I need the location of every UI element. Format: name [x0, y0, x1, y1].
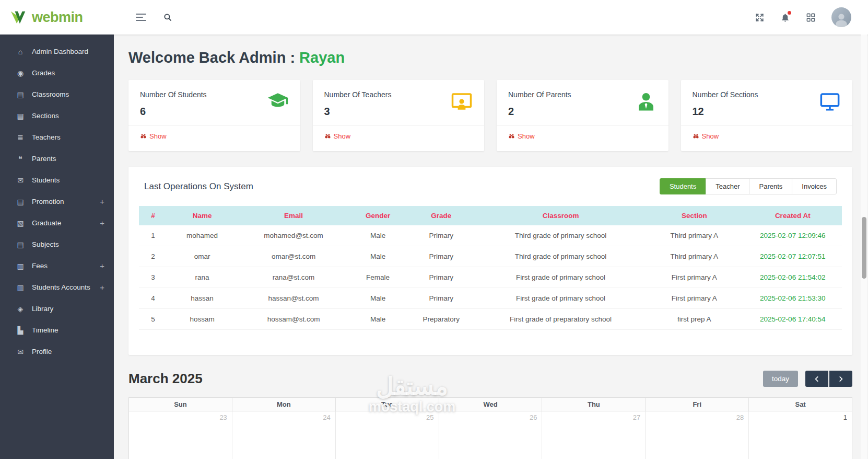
mail-icon: ✉	[16, 176, 25, 185]
expand-plus-icon[interactable]: +	[100, 219, 104, 227]
chart-icon: ▙	[16, 326, 25, 335]
binoculars-icon	[324, 133, 331, 140]
stat-value: 6	[140, 106, 207, 118]
cell-email: omar@st.com	[237, 246, 349, 267]
cell-email: hossam@st.com	[237, 309, 349, 330]
sidebar-item-subjects[interactable]: ▤ Subjects	[0, 234, 114, 255]
stat-cards-row: Number Of Students 6 Show	[128, 80, 852, 151]
scrollbar-thumb[interactable]	[862, 217, 866, 279]
calendar-day-cell[interactable]: 1	[749, 411, 852, 459]
expand-plus-icon[interactable]: +	[100, 283, 104, 292]
show-students-link[interactable]: Show	[140, 132, 167, 140]
table-row: 2 omar omar@st.com Male Primary Third gr…	[139, 246, 842, 267]
notifications-bell-icon[interactable]	[780, 13, 790, 22]
welcome-prefix: Welcome Back Admin :	[128, 49, 295, 66]
today-button[interactable]: today	[763, 371, 798, 387]
cell-name: omar	[167, 246, 238, 267]
cell-gender: Female	[350, 267, 406, 288]
cell-email: rana@st.com	[237, 267, 349, 288]
cell-section: Third primary A	[645, 246, 743, 267]
cell-classroom: First grade of primary school	[476, 288, 645, 309]
calendar-weekday-row: Sun Mon Tue Wed Thu Fri Sat	[129, 398, 852, 411]
cell-email: hassan@st.com	[237, 288, 349, 309]
sidebar-item-teachers[interactable]: ≣ Teachers	[0, 127, 114, 148]
sidebar-item-students-accounts[interactable]: ▥ Students Accounts +	[0, 277, 114, 298]
sidebar-item-classrooms[interactable]: ▤ Classrooms	[0, 84, 114, 105]
tab-invoices[interactable]: Invoices	[792, 178, 837, 194]
show-sections-link[interactable]: Show	[693, 132, 719, 140]
cell-name: rana	[167, 267, 238, 288]
stat-card-teachers: Number Of Teachers 3 Show	[313, 80, 485, 151]
parent-icon	[635, 90, 657, 112]
tab-parents[interactable]: Parents	[749, 178, 792, 194]
weekday-tue: Tue	[336, 398, 439, 411]
menu-toggle-icon[interactable]	[134, 12, 148, 23]
sidebar-item-profile[interactable]: ✉ Profile	[0, 341, 114, 362]
sidebar-item-parents[interactable]: ❝ Parents	[0, 148, 114, 169]
sidebar-item-label: Classrooms	[32, 90, 69, 98]
calendar-day-cell[interactable]: 24	[232, 411, 336, 459]
sidebar-item-label: Parents	[32, 155, 56, 163]
sidebar-item-students[interactable]: ✉ Students	[0, 169, 114, 191]
cell-grade: Primary	[406, 288, 476, 309]
expand-plus-icon[interactable]: +	[100, 197, 104, 206]
calendar-day-cell[interactable]: 26	[439, 411, 543, 459]
sidebar-item-label: Timeline	[32, 326, 58, 334]
cell-name: hassan	[167, 288, 238, 309]
calendar-day-cell[interactable]: 27	[542, 411, 646, 459]
col-header-section: Section	[645, 206, 743, 225]
show-label: Show	[334, 132, 351, 140]
operations-tab-group: Students Teacher Parents Invoices	[660, 178, 837, 194]
user-avatar[interactable]	[831, 7, 851, 27]
tab-students[interactable]: Students	[660, 178, 706, 194]
sidebar: ⌂ Admin Dashboard ◉ Grades ▤ Classrooms …	[0, 35, 114, 459]
tab-teacher[interactable]: Teacher	[706, 178, 749, 194]
cell-index: 4	[139, 288, 167, 309]
next-month-button[interactable]	[829, 371, 852, 387]
prev-month-button[interactable]	[805, 371, 828, 387]
cell-grade: Primary	[406, 225, 476, 246]
cell-index: 5	[139, 309, 167, 330]
sidebar-item-timeline[interactable]: ▙ Timeline	[0, 319, 114, 341]
cell-classroom: Third grade of primary school	[476, 246, 645, 267]
sidebar-item-library[interactable]: ◈ Library	[0, 298, 114, 319]
sidebar-item-label: Profile	[32, 348, 52, 355]
sidebar-item-graduate[interactable]: ▧ Graduate +	[0, 212, 114, 234]
calendar-icon: ▤	[16, 112, 25, 120]
sidebar-item-label: Graduate	[32, 219, 61, 227]
cell-grade: Primary	[406, 267, 476, 288]
avatar-silhouette-icon	[833, 10, 850, 27]
stat-label: Number Of Parents	[508, 90, 571, 99]
page-title: Welcome Back Admin :Rayan	[128, 49, 852, 66]
weekday-sat: Sat	[749, 398, 852, 411]
show-teachers-link[interactable]: Show	[324, 132, 351, 140]
brand-logo[interactable]: webmin	[0, 9, 114, 26]
show-parents-link[interactable]: Show	[508, 132, 535, 140]
table-row: 5 hossam hossam@st.com Male Preparatory …	[139, 309, 842, 330]
sidebar-item-sections[interactable]: ▤ Sections	[0, 105, 114, 127]
search-icon[interactable]	[163, 13, 172, 22]
chevron-right-icon	[837, 375, 844, 383]
stat-card-sections: Number Of Sections 12 Show	[681, 80, 853, 151]
calendar-day-cell[interactable]: 23	[129, 411, 232, 459]
calendar-day-cell[interactable]: 25	[336, 411, 439, 459]
topbar: webmin	[0, 0, 868, 35]
stat-card-parents: Number Of Parents 2 Show	[497, 80, 668, 151]
sidebar-item-fees[interactable]: ▥ Fees +	[0, 255, 114, 277]
table-row: 1 mohamed mohamed@st.com Male Primary Th…	[139, 225, 842, 246]
apps-grid-icon[interactable]	[806, 13, 816, 22]
notification-dot	[788, 11, 791, 15]
calendar-day-cell[interactable]: 28	[646, 411, 749, 459]
expand-plus-icon[interactable]: +	[100, 261, 104, 270]
cell-classroom: Third grade of primary school	[476, 225, 645, 246]
sidebar-item-promotion[interactable]: ▤ Promotion +	[0, 191, 114, 212]
cell-index: 3	[139, 267, 167, 288]
stat-card-students: Number Of Students 6 Show	[128, 80, 300, 151]
sidebar-item-admin-dashboard[interactable]: ⌂ Admin Dashboard	[0, 41, 114, 62]
fullscreen-icon[interactable]	[755, 13, 765, 22]
sidebar-item-label: Students Accounts	[32, 283, 90, 291]
sidebar-item-grades[interactable]: ◉ Grades	[0, 62, 114, 84]
binoculars-icon	[693, 133, 699, 140]
table-row: 4 hassan hassan@st.com Male Primary Firs…	[139, 288, 842, 309]
show-label: Show	[702, 132, 719, 140]
